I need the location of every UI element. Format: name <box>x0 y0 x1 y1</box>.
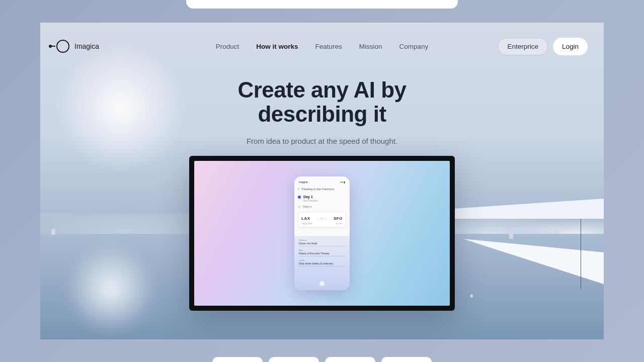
phone-status-bar: Imagica ••• ▮ <box>298 180 346 184</box>
main-nav: Product How it works Features Mission Co… <box>216 43 429 50</box>
buoy-decor <box>554 228 558 234</box>
phone-breadcrumb: Traveling to San Francisco <box>301 188 334 191</box>
phone-lower-itinerary: Check in Dream Inn Hotel Visit Palace of… <box>294 236 350 290</box>
ice-triangle-decor <box>463 239 604 284</box>
itinerary-item: Visit Palace of Fine Arts Theatre <box>299 249 345 256</box>
brand-logo-icon <box>56 40 69 53</box>
nav-item-company[interactable]: Company <box>399 43 429 50</box>
hero-subtitle: From idea to product at the speed of tho… <box>40 137 604 145</box>
hollow-bullet-icon <box>298 206 300 208</box>
phone-day-row: Day 1 <box>298 195 346 199</box>
brand-logo[interactable]: Imagica <box>56 40 99 53</box>
flight-date: 4 Aug 2023 <box>301 222 312 225</box>
phone-flight-row: Flight in <box>298 205 346 208</box>
flight-duration: 1h 25m <box>336 222 343 225</box>
itinerary-label: Lunch <box>299 259 345 261</box>
active-bullet-icon <box>298 196 301 199</box>
landing-page: Imagica Product How it works Features Mi… <box>40 23 604 339</box>
pill-tab[interactable] <box>325 357 375 362</box>
pill-tab[interactable] <box>381 357 432 362</box>
flight-header: Flight in <box>303 205 312 208</box>
hero-monitor: Imagica ••• ▮ ‹ Traveling to San Francis… <box>189 156 455 311</box>
day-label: Day 1 <box>303 195 313 199</box>
site-header: Imagica Product How it works Features Mi… <box>40 23 604 70</box>
buoy-decor <box>470 294 473 298</box>
flight-route: LAX — ✈ — SFO <box>301 216 343 221</box>
hero-title-line2: describing it <box>258 102 386 126</box>
itinerary-item: Check in Dream Inn Hotel <box>299 239 345 246</box>
flight-meta: 4 Aug 2023 1h 25m <box>301 222 343 225</box>
phone-status-icons: ••• ▮ <box>340 180 345 184</box>
itinerary-item: Lunch Daily driver bakery & creamery <box>299 259 345 266</box>
water-reflection-decor <box>65 244 156 334</box>
airport-to: SFO <box>334 216 343 221</box>
pill-tab[interactable] <box>212 357 263 362</box>
home-indicator-icon <box>319 281 325 286</box>
flight-card: LAX — ✈ — SFO 4 Aug 2023 1h 25m <box>298 212 346 228</box>
phone-header: ‹ Traveling to San Francisco <box>298 187 346 191</box>
itinerary-label: Visit <box>299 249 345 251</box>
nav-item-how-it-works[interactable]: How it works <box>256 43 298 50</box>
airport-from: LAX <box>301 216 310 221</box>
ice-shelf-decor <box>453 199 604 219</box>
itinerary-text: Daily driver bakery & creamery <box>299 262 345 266</box>
day-sublabel: San Francisco <box>303 200 346 202</box>
phone-status-left: Imagica <box>299 180 308 184</box>
pill-tab[interactable] <box>269 357 319 362</box>
back-icon: ‹ <box>298 187 299 191</box>
enterprise-button[interactable]: Enterprice <box>498 38 548 55</box>
bottom-pill-tabs <box>212 357 432 362</box>
nav-item-mission[interactable]: Mission <box>359 43 382 50</box>
hero: Create any AI by describing it From idea… <box>40 78 604 145</box>
phone-mockup: Imagica ••• ▮ ‹ Traveling to San Francis… <box>294 176 350 290</box>
hero-title: Create any AI by describing it <box>40 78 604 127</box>
itinerary-label: Check in <box>299 239 345 241</box>
buoy-decor <box>51 229 55 235</box>
buoy-decor <box>509 233 513 239</box>
nav-item-product[interactable]: Product <box>216 43 239 50</box>
itinerary-text: Dream Inn Hotel <box>299 242 345 246</box>
pole-decor <box>581 219 581 289</box>
plane-icon: — ✈ — <box>317 217 327 220</box>
browser-top-bar <box>186 0 458 9</box>
hero-monitor-screen: Imagica ••• ▮ ‹ Traveling to San Francis… <box>194 161 450 306</box>
header-actions: Enterprice Login <box>498 38 588 55</box>
hero-title-line1: Create any AI by <box>237 77 406 102</box>
itinerary-text: Palace of Fine Arts Theatre <box>299 252 345 256</box>
login-button[interactable]: Login <box>553 38 588 55</box>
nav-item-features[interactable]: Features <box>315 43 342 50</box>
brand-name: Imagica <box>74 42 99 50</box>
